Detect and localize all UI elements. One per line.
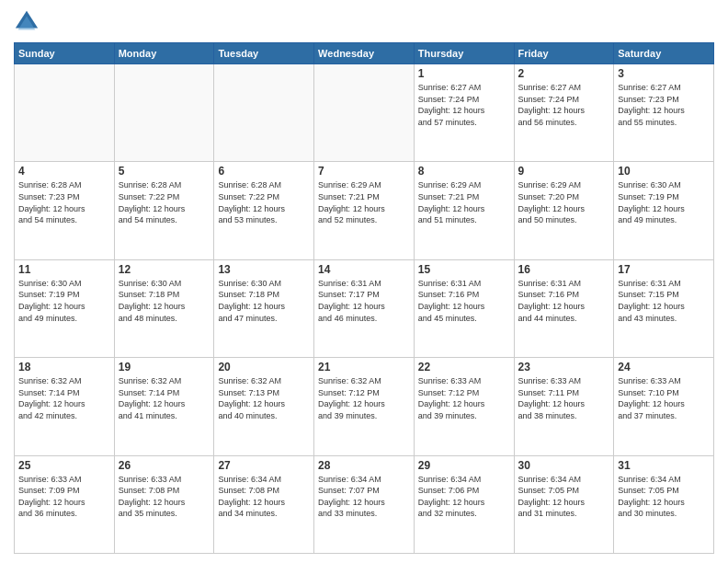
- day-number: 7: [318, 165, 410, 178]
- day-info: Sunrise: 6:28 AM Sunset: 7:22 PM Dayligh…: [218, 179, 310, 225]
- day-info: Sunrise: 6:30 AM Sunset: 7:18 PM Dayligh…: [218, 278, 310, 324]
- day-info: Sunrise: 6:33 AM Sunset: 7:11 PM Dayligh…: [518, 375, 610, 421]
- header: [14, 9, 714, 35]
- day-number: 11: [18, 263, 110, 276]
- day-number: 21: [318, 361, 410, 373]
- day-info: Sunrise: 6:30 AM Sunset: 7:19 PM Dayligh…: [618, 179, 710, 225]
- calendar-cell: 25Sunrise: 6:33 AM Sunset: 7:09 PM Dayli…: [15, 455, 115, 553]
- day-number: 26: [119, 459, 210, 472]
- day-info: Sunrise: 6:34 AM Sunset: 7:05 PM Dayligh…: [518, 474, 610, 520]
- calendar-cell: [214, 64, 314, 162]
- logo: [14, 9, 43, 35]
- day-info: Sunrise: 6:29 AM Sunset: 7:21 PM Dayligh…: [318, 179, 410, 225]
- day-header-sunday: Sunday: [15, 43, 115, 64]
- day-info: Sunrise: 6:31 AM Sunset: 7:17 PM Dayligh…: [318, 278, 410, 324]
- day-number: 4: [18, 165, 110, 178]
- day-info: Sunrise: 6:31 AM Sunset: 7:16 PM Dayligh…: [518, 278, 610, 324]
- calendar-cell: 8Sunrise: 6:29 AM Sunset: 7:21 PM Daylig…: [414, 162, 514, 259]
- calendar-cell: [114, 64, 214, 162]
- day-number: 6: [218, 165, 310, 178]
- calendar-cell: 9Sunrise: 6:29 AM Sunset: 7:20 PM Daylig…: [514, 162, 614, 259]
- calendar-cell: 6Sunrise: 6:28 AM Sunset: 7:22 PM Daylig…: [214, 162, 314, 259]
- day-number: 5: [119, 165, 210, 178]
- week-row-3: 18Sunrise: 6:32 AM Sunset: 7:14 PM Dayli…: [15, 358, 714, 455]
- calendar-cell: 2Sunrise: 6:27 AM Sunset: 7:24 PM Daylig…: [514, 64, 614, 162]
- day-number: 18: [18, 361, 110, 373]
- calendar-cell: 14Sunrise: 6:31 AM Sunset: 7:17 PM Dayli…: [314, 259, 415, 357]
- day-number: 30: [518, 459, 610, 472]
- day-number: 27: [218, 459, 310, 472]
- day-number: 29: [418, 459, 510, 472]
- calendar-cell: 5Sunrise: 6:28 AM Sunset: 7:22 PM Daylig…: [114, 162, 214, 259]
- day-info: Sunrise: 6:31 AM Sunset: 7:15 PM Dayligh…: [618, 278, 710, 324]
- calendar-cell: 12Sunrise: 6:30 AM Sunset: 7:18 PM Dayli…: [114, 259, 214, 357]
- day-number: 14: [318, 263, 410, 276]
- day-info: Sunrise: 6:34 AM Sunset: 7:05 PM Dayligh…: [618, 474, 710, 520]
- calendar-cell: 22Sunrise: 6:33 AM Sunset: 7:12 PM Dayli…: [414, 358, 514, 455]
- week-row-1: 4Sunrise: 6:28 AM Sunset: 7:23 PM Daylig…: [15, 162, 714, 259]
- calendar-cell: 21Sunrise: 6:32 AM Sunset: 7:12 PM Dayli…: [314, 358, 415, 455]
- day-info: Sunrise: 6:34 AM Sunset: 7:06 PM Dayligh…: [418, 474, 510, 520]
- calendar-cell: 18Sunrise: 6:32 AM Sunset: 7:14 PM Dayli…: [15, 358, 115, 455]
- day-info: Sunrise: 6:29 AM Sunset: 7:20 PM Dayligh…: [518, 179, 610, 225]
- day-header-thursday: Thursday: [414, 43, 514, 64]
- day-info: Sunrise: 6:28 AM Sunset: 7:22 PM Dayligh…: [119, 179, 210, 225]
- week-row-4: 25Sunrise: 6:33 AM Sunset: 7:09 PM Dayli…: [15, 455, 714, 553]
- day-number: 25: [18, 459, 110, 472]
- day-info: Sunrise: 6:33 AM Sunset: 7:09 PM Dayligh…: [18, 474, 110, 520]
- week-row-2: 11Sunrise: 6:30 AM Sunset: 7:19 PM Dayli…: [15, 259, 714, 357]
- day-info: Sunrise: 6:32 AM Sunset: 7:14 PM Dayligh…: [119, 375, 210, 421]
- day-number: 3: [618, 67, 710, 80]
- day-number: 10: [618, 165, 710, 178]
- day-header-monday: Monday: [114, 43, 214, 64]
- week-row-0: 1Sunrise: 6:27 AM Sunset: 7:24 PM Daylig…: [15, 64, 714, 162]
- day-number: 23: [518, 361, 610, 373]
- calendar-cell: 27Sunrise: 6:34 AM Sunset: 7:08 PM Dayli…: [214, 455, 314, 553]
- calendar-cell: 1Sunrise: 6:27 AM Sunset: 7:24 PM Daylig…: [414, 64, 514, 162]
- day-number: 12: [119, 263, 210, 276]
- calendar-cell: 4Sunrise: 6:28 AM Sunset: 7:23 PM Daylig…: [15, 162, 115, 259]
- calendar-cell: 24Sunrise: 6:33 AM Sunset: 7:10 PM Dayli…: [614, 358, 714, 455]
- calendar-header-row: SundayMondayTuesdayWednesdayThursdayFrid…: [15, 43, 714, 64]
- day-number: 24: [618, 361, 710, 373]
- calendar-cell: 10Sunrise: 6:30 AM Sunset: 7:19 PM Dayli…: [614, 162, 714, 259]
- calendar-cell: 20Sunrise: 6:32 AM Sunset: 7:13 PM Dayli…: [214, 358, 314, 455]
- day-number: 8: [418, 165, 510, 178]
- day-info: Sunrise: 6:32 AM Sunset: 7:13 PM Dayligh…: [218, 375, 310, 421]
- calendar-cell: 31Sunrise: 6:34 AM Sunset: 7:05 PM Dayli…: [614, 455, 714, 553]
- day-info: Sunrise: 6:28 AM Sunset: 7:23 PM Dayligh…: [18, 179, 110, 225]
- day-info: Sunrise: 6:34 AM Sunset: 7:07 PM Dayligh…: [318, 474, 410, 520]
- day-info: Sunrise: 6:30 AM Sunset: 7:18 PM Dayligh…: [119, 278, 210, 324]
- day-info: Sunrise: 6:27 AM Sunset: 7:24 PM Dayligh…: [418, 82, 510, 128]
- day-header-tuesday: Tuesday: [214, 43, 314, 64]
- day-info: Sunrise: 6:33 AM Sunset: 7:10 PM Dayligh…: [618, 375, 710, 421]
- day-info: Sunrise: 6:30 AM Sunset: 7:19 PM Dayligh…: [18, 278, 110, 324]
- calendar-cell: 13Sunrise: 6:30 AM Sunset: 7:18 PM Dayli…: [214, 259, 314, 357]
- day-info: Sunrise: 6:31 AM Sunset: 7:16 PM Dayligh…: [418, 278, 510, 324]
- day-header-wednesday: Wednesday: [314, 43, 415, 64]
- calendar-cell: 16Sunrise: 6:31 AM Sunset: 7:16 PM Dayli…: [514, 259, 614, 357]
- day-info: Sunrise: 6:34 AM Sunset: 7:08 PM Dayligh…: [218, 474, 310, 520]
- day-info: Sunrise: 6:33 AM Sunset: 7:08 PM Dayligh…: [119, 474, 210, 520]
- calendar-cell: [314, 64, 415, 162]
- calendar-cell: [15, 64, 115, 162]
- calendar-cell: 23Sunrise: 6:33 AM Sunset: 7:11 PM Dayli…: [514, 358, 614, 455]
- calendar-table: SundayMondayTuesdayWednesdayThursdayFrid…: [14, 42, 714, 554]
- calendar-cell: 28Sunrise: 6:34 AM Sunset: 7:07 PM Dayli…: [314, 455, 415, 553]
- day-number: 16: [518, 263, 610, 276]
- day-info: Sunrise: 6:27 AM Sunset: 7:24 PM Dayligh…: [518, 82, 610, 128]
- calendar-cell: 26Sunrise: 6:33 AM Sunset: 7:08 PM Dayli…: [114, 455, 214, 553]
- day-header-saturday: Saturday: [614, 43, 714, 64]
- day-header-friday: Friday: [514, 43, 614, 64]
- day-info: Sunrise: 6:27 AM Sunset: 7:23 PM Dayligh…: [618, 82, 710, 128]
- day-number: 9: [518, 165, 610, 178]
- calendar-cell: 3Sunrise: 6:27 AM Sunset: 7:23 PM Daylig…: [614, 64, 714, 162]
- calendar-cell: 29Sunrise: 6:34 AM Sunset: 7:06 PM Dayli…: [414, 455, 514, 553]
- calendar-cell: 17Sunrise: 6:31 AM Sunset: 7:15 PM Dayli…: [614, 259, 714, 357]
- calendar-cell: 15Sunrise: 6:31 AM Sunset: 7:16 PM Dayli…: [414, 259, 514, 357]
- day-number: 1: [418, 67, 510, 80]
- day-number: 31: [618, 459, 710, 472]
- day-number: 22: [418, 361, 510, 373]
- logo-icon: [14, 9, 40, 35]
- day-number: 15: [418, 263, 510, 276]
